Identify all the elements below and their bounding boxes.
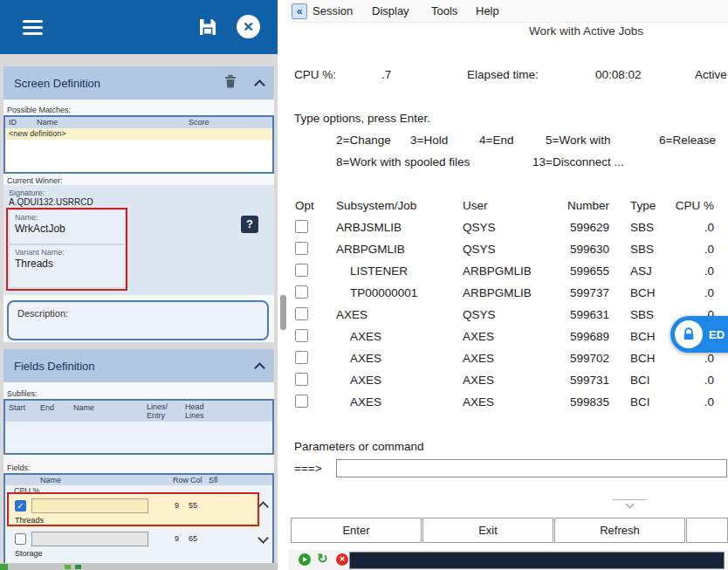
opt-checkbox[interactable] <box>295 395 308 408</box>
back-icon[interactable]: « <box>292 3 307 19</box>
job-user: AXES <box>463 330 494 343</box>
error-icon[interactable]: ✕ <box>336 553 348 566</box>
opt-checkbox[interactable] <box>295 373 308 386</box>
taskbar-fragment <box>0 563 278 570</box>
table-row: AXESAXES599689BCH.0 <box>288 326 728 348</box>
refresh-button[interactable]: Refresh <box>554 518 685 543</box>
fields-table: Name Row Col Sfl CPU % 9 55 Threads 9 65… <box>3 473 274 570</box>
taskbar-green-fragment <box>75 565 81 569</box>
job-user: QSYS <box>463 221 496 234</box>
name-field[interactable]: Name: WrkActJob <box>9 209 126 244</box>
job-name: AXES <box>350 352 381 365</box>
table-row: AXESAXES599835BCI.0 <box>288 392 728 414</box>
subfiles-header-start: Start <box>9 403 25 412</box>
save-icon[interactable] <box>197 17 218 38</box>
menu-display[interactable]: Display <box>372 4 409 17</box>
field-row-value: 9 <box>175 534 179 543</box>
job-type: BCH <box>630 286 656 299</box>
field-checkbox[interactable] <box>15 500 26 512</box>
designer-toolbar: ✕ <box>0 0 278 54</box>
job-type: SBS <box>630 308 654 321</box>
collapse-chevron-icon[interactable] <box>254 79 265 91</box>
opt-checkbox[interactable] <box>295 220 308 233</box>
match-row-new-definition[interactable]: <new definition> <box>5 128 272 140</box>
table-row: LISTENERARBPGMLIB599655ASJ.0 <box>288 261 728 283</box>
parameters-label: Parameters or command <box>294 440 424 453</box>
fields-definition-header[interactable]: Fields Definition <box>3 349 274 382</box>
field-name-input[interactable] <box>31 532 148 546</box>
job-type: SBS <box>630 243 654 256</box>
cpu-label: CPU %: <box>294 68 336 81</box>
active-label: Active <box>695 68 727 81</box>
subfiles-label: Subfiles: <box>7 389 38 398</box>
field-name-input[interactable] <box>31 498 148 513</box>
job-user: ARBPGMLIB <box>463 286 532 299</box>
command-prompt-label: ===> <box>294 462 322 475</box>
screen-definition-header[interactable]: Screen Definition <box>3 66 274 100</box>
job-cpu: .0 <box>672 286 714 299</box>
header-number: Number <box>537 199 609 212</box>
splitter-scrollbar-thumb[interactable] <box>280 295 286 330</box>
collapse-chevron-icon[interactable] <box>254 362 265 374</box>
menu-icon[interactable] <box>23 20 43 35</box>
opt-checkbox[interactable] <box>295 264 308 277</box>
edit-button[interactable]: ED <box>670 316 728 353</box>
option-5-work-with: 5=Work with <box>546 134 610 147</box>
job-rows: ARBJSMLIBQSYS599629SBS.0ARBPGMLIBQSYS599… <box>288 217 728 414</box>
opt-checkbox[interactable] <box>295 351 308 364</box>
variant-name-field[interactable]: Variant Name: Threads <box>9 244 126 288</box>
job-number: 599835 <box>537 395 609 409</box>
terminal-panel: « Session Display Tools Help Work with A… <box>288 0 728 570</box>
job-user: ARBPGMLIB <box>463 264 532 278</box>
option-3-hold: 3=Hold <box>410 134 448 147</box>
job-name: ARBPGMLIB <box>336 243 405 256</box>
fields-label: Fields: <box>7 464 31 472</box>
command-input[interactable] <box>336 459 727 477</box>
matches-header-id: ID <box>9 118 17 127</box>
header-type: Type <box>630 199 656 212</box>
job-user: QSYS <box>463 308 496 321</box>
option-4-end: 4=End <box>479 134 513 147</box>
refresh-icon[interactable]: ↻ <box>317 551 328 567</box>
type-options-line: Type options, press Enter. <box>294 112 430 125</box>
field-row-value: 9 <box>175 501 179 510</box>
screen-definition-title: Screen Definition <box>14 77 224 90</box>
header-user: User <box>463 199 488 212</box>
opt-checkbox[interactable] <box>295 329 308 342</box>
lock-icon <box>675 320 703 348</box>
current-winner-label: Current Winner: <box>7 176 63 185</box>
header-subsystem-job: Subsystem/Job <box>336 199 416 212</box>
job-name: AXES <box>350 374 381 387</box>
trash-icon[interactable] <box>224 74 237 92</box>
header-opt: Opt <box>295 199 314 212</box>
job-type: SBS <box>630 221 654 234</box>
job-cpu: .0 <box>672 243 714 256</box>
job-name: AXES <box>336 308 367 321</box>
opt-checkbox[interactable] <box>295 242 308 255</box>
partial-button[interactable] <box>686 518 728 543</box>
opt-checkbox[interactable] <box>295 307 308 320</box>
close-icon[interactable]: ✕ <box>237 15 260 38</box>
field-row-threads: 9 55 Threads <box>7 495 260 528</box>
table-row: ARBJSMLIBQSYS599629SBS.0 <box>288 217 728 239</box>
terminal-status-bar: ↻ ✕ <box>288 550 728 570</box>
collapse-divider-handle[interactable] <box>613 499 646 510</box>
job-table-header: Opt Subsystem/Job User Number Type CPU % <box>288 199 728 216</box>
connection-status-icon[interactable] <box>299 553 311 566</box>
menu-help[interactable]: Help <box>476 4 499 17</box>
opt-checkbox[interactable] <box>295 285 308 299</box>
menu-session[interactable]: Session <box>312 4 353 17</box>
option-13-disconnect: 13=Disconnect ... <box>532 155 624 168</box>
job-user: QSYS <box>463 243 496 256</box>
subfiles-table: Start End Name Lines/ Entry Head Lines <box>3 399 274 455</box>
cpu-value: .7 <box>381 68 391 81</box>
fields-header-col: Col <box>190 476 203 484</box>
help-button[interactable]: ? <box>241 216 258 233</box>
field-checkbox[interactable] <box>15 533 26 545</box>
variant-name-label: Variant Name: <box>15 248 65 257</box>
exit-button[interactable]: Exit <box>422 518 553 543</box>
job-type: BCI <box>630 374 650 387</box>
enter-button[interactable]: Enter <box>291 518 422 543</box>
menu-tools[interactable]: Tools <box>431 4 457 17</box>
description-box[interactable]: Description: <box>7 300 269 340</box>
